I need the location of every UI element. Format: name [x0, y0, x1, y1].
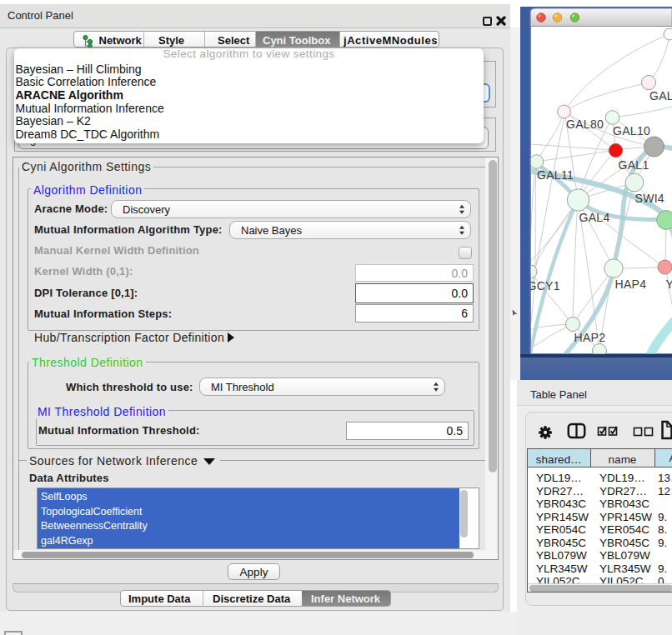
svg-text:GCY1: GCY1	[528, 279, 560, 292]
svg-text:GAL1: GAL1	[619, 158, 649, 172]
svg-text:SWI4: SWI4	[635, 192, 664, 205]
svg-text:GAL: GAL	[649, 89, 672, 102]
svg-text:HAP2: HAP2	[574, 331, 606, 344]
svg-text:GAL11: GAL11	[537, 168, 574, 182]
svg-text:GAL4: GAL4	[579, 211, 610, 224]
svg-text:GAL10: GAL10	[613, 124, 650, 138]
svg-text:Y: Y	[666, 278, 672, 291]
svg-text:HAP4: HAP4	[615, 278, 647, 291]
svg-text:GAL80: GAL80	[566, 118, 604, 131]
